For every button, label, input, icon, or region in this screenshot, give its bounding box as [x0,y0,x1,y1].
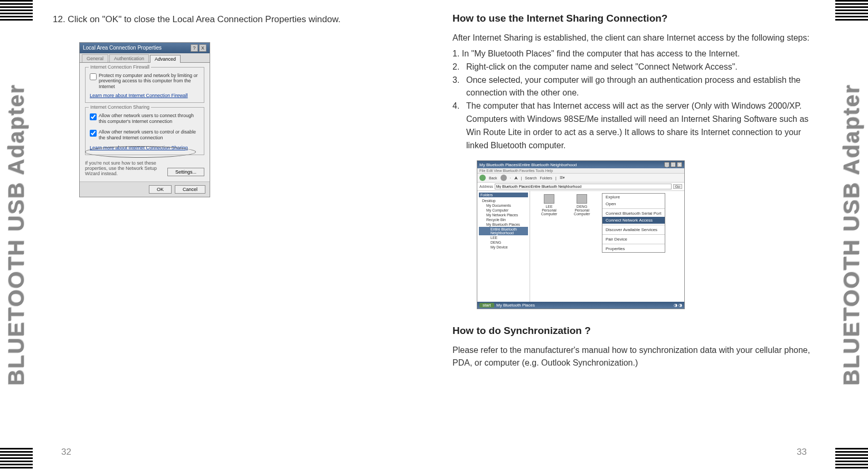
close-icon[interactable]: X [677,162,682,167]
explorer-window: My Bluetooth Places\Entire Bluetooth Nei… [477,160,685,309]
left-column: 12. Click on "OK" to close the Local Are… [53,13,426,469]
tab-advanced[interactable]: Advanced [150,55,181,63]
stripe-top [835,0,868,21]
node-mynet[interactable]: My Network Places [479,213,528,217]
lacp-dialog: Local Area Connection Properties ? X Gen… [79,42,210,198]
folders-label[interactable]: Folders [540,176,552,180]
ctx-network[interactable]: Connect Network Access [602,217,665,224]
chk-allow-control[interactable]: Allow other network users to control or … [90,129,200,141]
node-mydocs[interactable]: My Documents [479,203,528,208]
heading-sharing: How to use the Internet Sharing Connecti… [452,13,815,24]
settings-button[interactable]: Settings... [167,168,204,176]
right-column: How to use the Internet Sharing Connecti… [447,13,815,469]
ics-group-title: Internet Connection Sharing [89,104,151,110]
min-icon[interactable]: _ [664,162,669,167]
fwd-icon[interactable] [501,175,507,181]
ctx-discover[interactable]: Discover Available Services [602,226,665,233]
folders-header: Folders [479,193,528,197]
explorer-addressbar: Address Go [477,183,684,191]
explorer-titlebar: My Bluetooth Places\Entire Bluetooth Nei… [477,161,684,168]
chk-allow-connect-label: Allow other network users to connect thr… [99,113,200,125]
link-firewall[interactable]: Learn more about Internet Connection Fir… [90,93,188,98]
link-ics[interactable]: Learn more about Internet Connection Sha… [90,145,188,150]
node-deng[interactable]: DENG [479,240,528,245]
stripe-bottom [0,448,33,469]
ctx-serial[interactable]: Connect Bluetooth Serial Port [602,210,665,217]
stripe-top [0,0,33,21]
step-1: 1. In "My Bluetooth Places" find the com… [452,47,815,61]
cancel-button[interactable]: Cancel [175,185,205,194]
ok-button[interactable]: OK [149,185,172,194]
help-icon[interactable]: ? [191,44,198,52]
stripe-bottom [835,448,868,469]
up-icon[interactable]: ⮝ [514,176,518,180]
lacp-titlebar: Local Area Connection Properties ? X [80,43,210,53]
side-bar-right: BLUETOOTH USB Adapter [835,0,868,469]
side-label-left: BLUETOOTH USB Adapter [4,84,29,386]
step-12-text: 12. Click on "OK" to close the Local Are… [53,13,416,26]
steps-list: 1. In "My Bluetooth Places" find the com… [452,47,815,152]
item-deng-label: DENG Personal Computer [566,205,598,216]
page-number-left: 32 [61,447,71,457]
side-bar-left: BLUETOOTH USB Adapter [0,0,33,469]
ctx-properties[interactable]: Properties [602,245,665,252]
tab-general[interactable]: General [82,54,108,62]
node-entire[interactable]: Entire Bluetooth Neighborhood [479,227,528,235]
page-number-right: 33 [797,447,807,457]
addr-label: Address [479,185,493,188]
computer-icon [577,194,587,204]
start-button[interactable]: start [479,303,494,308]
context-menu: Explore Open Connect Bluetooth Serial Po… [602,193,665,253]
step-3: Once selected, your computer will go thr… [466,74,815,100]
chk-protect-label: Protect my computer and network by limit… [99,73,200,90]
lacp-title-text: Local Area Connection Properties [83,45,162,51]
taskbar: start My Bluetooth Places ◑ ◑ [477,302,684,309]
intro-para: After Internet Sharing is established, t… [452,32,815,44]
taskbar-item[interactable]: My Bluetooth Places [496,303,535,308]
node-mybtp[interactable]: My Bluetooth Places [479,222,528,227]
firewall-group: Internet Connection Firewall Protect my … [85,67,204,103]
side-label-right: BLUETOOTH USB Adapter [839,84,864,386]
lacp-help-text: If you're not sure how to set these prop… [85,160,164,176]
views-icon[interactable]: ☰▾ [560,176,565,180]
step-2: Right-click on the computer name and sel… [466,61,815,74]
step-4: The computer that has Internet access wi… [466,100,815,152]
chk-allow-connect[interactable]: Allow other network users to connect thr… [90,113,200,125]
tab-authentication[interactable]: Authentication [109,54,149,62]
explorer-menu[interactable]: File Edit View Bluetooth Favorites Tools… [477,168,684,174]
sync-para: Please refer to the manufacturer's manua… [452,344,815,369]
node-lee[interactable]: LEE [479,235,528,240]
close-icon[interactable]: X [199,44,206,52]
ics-group: Internet Connection Sharing Allow other … [85,107,204,155]
ctx-open[interactable]: Open [602,200,665,207]
explorer-sidebar: Folders Desktop My Documents My Computer… [477,191,530,302]
item-lee[interactable]: LEE Personal Computer [533,194,565,216]
explorer-toolbar: Back · ⮝ | Search Folders | ☰▾ [477,174,684,183]
step-4-num: 4. [452,100,466,152]
node-mydev[interactable]: My Device [479,245,528,250]
step-2-num: 2. [452,61,466,74]
lacp-tabs: General Authentication Advanced [80,53,210,62]
max-icon[interactable]: □ [671,162,676,167]
chk-protect[interactable]: Protect my computer and network by limit… [90,73,200,90]
firewall-group-title: Internet Connection Firewall [89,64,151,70]
tray: ◑ ◑ [674,303,682,308]
item-deng[interactable]: DENG Personal Computer [566,194,598,216]
ctx-pair[interactable]: Pair Device [602,236,665,243]
addr-input[interactable] [495,184,672,189]
back-label[interactable]: Back [489,176,497,180]
ctx-explore[interactable]: Explore [602,194,665,200]
node-desktop[interactable]: Desktop [479,198,528,203]
heading-sync: How to do Synchronization ? [452,325,815,337]
node-mycomp[interactable]: My Computer [479,208,528,213]
chk-allow-control-label: Allow other network users to control or … [99,129,200,141]
go-button[interactable]: Go [673,184,682,189]
item-lee-label: LEE Personal Computer [533,205,565,216]
search-label[interactable]: Search [525,176,536,180]
node-recycle[interactable]: Recycle Bin [479,217,528,222]
explorer-title-text: My Bluetooth Places\Entire Bluetooth Nei… [479,162,577,167]
step-3-num: 3. [452,74,466,100]
back-icon[interactable] [479,175,486,181]
explorer-main: LEE Personal Computer DENG Personal Comp… [530,191,684,302]
content: 12. Click on "OK" to close the Local Are… [53,13,815,469]
